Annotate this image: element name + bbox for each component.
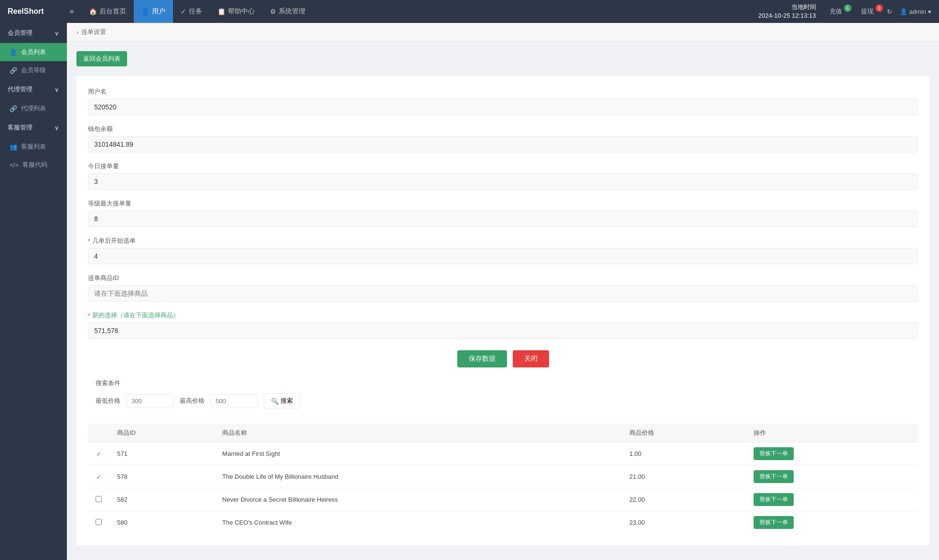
search-section: 搜索条件 最低价格 最高价格 🔍 搜索 <box>88 371 918 416</box>
start-after-input[interactable] <box>88 248 918 264</box>
sidebar-item-member-level[interactable]: 🔗 会员等级 <box>0 61 67 79</box>
table-cell-id: 578 <box>109 465 215 488</box>
breadcrumb-item: 连单设置 <box>81 28 106 36</box>
product-table: 商品ID 商品名称 商品价格 操作 ✓571Married at First S… <box>88 424 918 534</box>
close-button[interactable]: 关闭 <box>513 350 549 367</box>
replace-next-button[interactable]: 替换下一单 <box>754 447 794 460</box>
table-cell-action: 替换下一单 <box>746 488 918 511</box>
search-button[interactable]: 🔍 搜索 <box>264 393 300 409</box>
sidebar-item-label: 客服列表 <box>21 142 46 151</box>
nav-help[interactable]: 📋 帮助中心 <box>210 0 262 23</box>
nav-items: ≡ 🏠 后台首页 👤 用户 ✓ 任务 📋 帮助中心 ⚙ 系统管理 <box>62 0 758 23</box>
today-orders-group: 今日接单量 3 <box>88 162 918 190</box>
sidebar-item-agent-list[interactable]: 🔗 代理列表 <box>0 99 67 118</box>
search-row: 最低价格 最高价格 🔍 搜索 <box>96 393 910 409</box>
nav-dashboard[interactable]: 🏠 后台首页 <box>81 0 134 23</box>
sidebar-group-customer[interactable]: 客服管理 ∨ <box>0 118 67 138</box>
row-checkbox[interactable] <box>96 496 102 502</box>
new-selection-input[interactable] <box>88 323 918 339</box>
link-icon: 🔗 <box>10 105 17 112</box>
link-icon: 🔗 <box>10 67 17 74</box>
required-marker: * <box>88 237 90 245</box>
charge-badge: 6 <box>844 4 852 12</box>
top-navigation: ReelShort ≡ 🏠 后台首页 👤 用户 ✓ 任务 📋 帮助中心 ⚙ 系统… <box>0 0 939 23</box>
max-orders-group: 等级最大接单量 8 <box>88 199 918 227</box>
content-area: 返回会员列表 用户名 520520 钱包余额 31014841.89 今日接单量… <box>67 42 939 560</box>
table-cell-name: The CEO's Contract Wife <box>215 511 622 534</box>
time-value: 2024-10-25 12:13:13 <box>758 11 816 20</box>
col-action: 操作 <box>746 424 918 442</box>
table-cell-id: 571 <box>109 442 215 465</box>
max-price-input[interactable] <box>210 394 258 408</box>
submit-badge: 0 <box>875 4 883 12</box>
table-cell-id: 582 <box>109 488 215 511</box>
max-price-label: 最高价格 <box>180 397 205 405</box>
submit-action[interactable]: 提现 0 <box>855 7 879 16</box>
charge-action[interactable]: 充值 6 <box>824 7 848 16</box>
charge-label: 充值 <box>830 7 842 16</box>
new-selection-label: * 新的选择（请在下面选择商品） <box>88 311 918 320</box>
table-row: ✓578The Double Life of My Billionaire Hu… <box>88 465 918 488</box>
sidebar-item-member-list[interactable]: 👤 会员列表 <box>0 43 67 61</box>
sidebar-item-customer-list[interactable]: 👥 客服列表 <box>0 138 67 156</box>
table-cell-price: 22.00 <box>622 488 746 511</box>
min-price-input[interactable] <box>126 394 174 408</box>
nav-menu[interactable]: ≡ <box>62 0 81 23</box>
sidebar-item-customer-code[interactable]: </> 客服代码 <box>0 156 67 174</box>
sidebar-item-label: 代理列表 <box>21 104 46 113</box>
start-after-label: * 几单后开始选单 <box>88 237 918 245</box>
chevron-down-icon: ∨ <box>54 124 59 131</box>
replace-next-button[interactable]: 替换下一单 <box>754 470 794 483</box>
user-menu[interactable]: 👤 admin ▾ <box>900 8 931 15</box>
today-orders-label: 今日接单量 <box>88 162 918 171</box>
sidebar-group-agent[interactable]: 代理管理 ∨ <box>0 79 67 99</box>
table-cell-checkbox: ✓ <box>88 465 109 488</box>
min-price-label: 最低价格 <box>96 397 120 405</box>
time-label: 当地时间 <box>758 3 816 11</box>
nav-tasks[interactable]: ✓ 任务 <box>173 0 210 23</box>
refresh-action[interactable]: ↻ <box>887 8 892 15</box>
table-cell-name: The Double Life of My Billionaire Husban… <box>215 465 622 488</box>
today-orders-value: 3 <box>88 173 918 190</box>
app-logo: ReelShort <box>8 7 51 16</box>
wallet-group: 钱包余额 31014841.89 <box>88 125 918 152</box>
required-marker-2: * <box>88 312 90 319</box>
help-icon: 📋 <box>217 8 226 15</box>
sidebar: 会员管理 ∨ 👤 会员列表 🔗 会员等级 代理管理 ∨ 🔗 代理列表 客服管理 … <box>0 23 67 560</box>
sidebar-item-label: 会员列表 <box>21 48 46 56</box>
time-block: 当地时间 2024-10-25 12:13:13 <box>758 3 816 20</box>
col-product-price: 商品价格 <box>622 424 746 442</box>
table-cell-price: 21.00 <box>622 465 746 488</box>
check-icon: ✓ <box>96 473 102 481</box>
table-cell-checkbox <box>88 511 109 534</box>
member-group-label: 会员管理 <box>8 29 32 37</box>
nav-users[interactable]: 👤 用户 <box>134 0 173 23</box>
system-icon: ⚙ <box>270 8 276 15</box>
nav-system[interactable]: ⚙ 系统管理 <box>262 0 313 23</box>
replace-next-button[interactable]: 替换下一单 <box>754 493 794 506</box>
form-card: 用户名 520520 钱包余额 31014841.89 今日接单量 3 等级最大… <box>76 76 929 545</box>
code-icon: </> <box>10 162 19 169</box>
search-icon: 🔍 <box>271 398 279 405</box>
user-group-icon: 👥 <box>10 143 17 151</box>
sidebar-item-label: 客服代码 <box>22 161 47 169</box>
sidebar-group-member[interactable]: 会员管理 ∨ <box>0 23 67 43</box>
table-cell-price: 1.00 <box>622 442 746 465</box>
user-circle-icon: 👤 <box>10 49 17 56</box>
menu-icon: ≡ <box>70 8 74 15</box>
save-button[interactable]: 保存数据 <box>457 350 507 367</box>
wallet-value: 31014841.89 <box>88 136 918 152</box>
product-id-input[interactable] <box>88 285 918 302</box>
replace-next-button[interactable]: 替换下一单 <box>754 516 794 529</box>
table-cell-action: 替换下一单 <box>746 511 918 534</box>
sidebar-item-label: 会员等级 <box>21 66 46 75</box>
table-cell-action: 替换下一单 <box>746 465 918 488</box>
row-checkbox[interactable] <box>96 519 102 525</box>
search-title: 搜索条件 <box>96 379 910 388</box>
task-icon: ✓ <box>181 8 186 15</box>
username-label: 用户名 <box>88 87 918 96</box>
table-cell-id: 580 <box>109 511 215 534</box>
max-orders-value: 8 <box>88 211 918 227</box>
back-to-member-list-button[interactable]: 返回会员列表 <box>76 51 127 66</box>
agent-group-label: 代理管理 <box>8 85 32 94</box>
